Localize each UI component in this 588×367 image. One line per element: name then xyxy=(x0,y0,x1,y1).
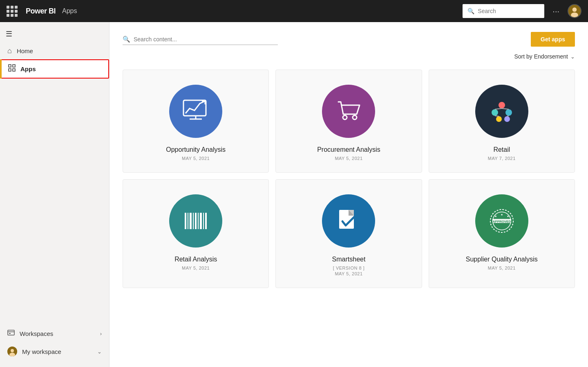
sort-row[interactable]: Sort by Endorsement ⌄ xyxy=(123,53,575,60)
svg-rect-6 xyxy=(13,69,15,71)
svg-rect-3 xyxy=(9,65,11,67)
svg-rect-31 xyxy=(198,213,199,229)
app-card-procurement-analysis[interactable]: Procurement Analysis MAY 5, 2021 xyxy=(275,70,422,173)
waffle-icon[interactable] xyxy=(7,6,18,17)
app-icon-opportunity xyxy=(169,85,222,138)
apps-grid: Opportunity Analysis MAY 5, 2021 Procure… xyxy=(123,70,575,288)
svg-rect-7 xyxy=(8,330,14,335)
app-name-procurement: Procurement Analysis xyxy=(317,146,380,153)
app-icon-retail-analysis xyxy=(169,194,222,248)
app-card-retail-analysis[interactable]: Retail Analysis MAY 5, 2021 xyxy=(123,179,269,288)
sort-chevron-icon: ⌄ xyxy=(570,54,575,60)
content-search-box[interactable]: 🔍 xyxy=(123,34,278,45)
app-version-smartsheet: [ VERSION 8 ] xyxy=(333,266,364,270)
svg-line-25 xyxy=(507,116,509,116)
avatar[interactable] xyxy=(568,4,581,18)
svg-point-17 xyxy=(499,102,505,108)
app-icon-procurement xyxy=(322,85,375,138)
sidebar-item-apps[interactable]: Apps xyxy=(0,59,109,79)
app-icon-supplier-quality: APPROVED ★ ★ ★ xyxy=(475,194,528,248)
svg-rect-27 xyxy=(188,213,188,229)
sidebar: ☰ ⌂ Home Apps xyxy=(0,22,110,367)
app-card-smartsheet[interactable]: Smartsheet [ VERSION 8 ] MAY 5, 2021 xyxy=(275,179,422,288)
app-name-retail: Retail xyxy=(493,146,510,153)
svg-point-16 xyxy=(353,115,357,119)
svg-line-24 xyxy=(495,116,499,116)
sidebar-item-workspaces[interactable]: Workspaces › xyxy=(0,325,109,342)
svg-point-10 xyxy=(11,349,14,352)
svg-rect-29 xyxy=(193,213,194,229)
sidebar-apps-label: Apps xyxy=(20,65,36,72)
content-search-input[interactable] xyxy=(134,36,278,43)
svg-point-19 xyxy=(505,109,512,116)
workspaces-label: Workspaces xyxy=(20,330,53,337)
get-apps-button[interactable]: Get apps xyxy=(531,32,575,47)
content-search-icon: 🔍 xyxy=(123,36,130,43)
svg-text:★: ★ xyxy=(501,213,503,216)
svg-point-18 xyxy=(492,109,498,116)
svg-rect-28 xyxy=(190,213,192,229)
svg-point-21 xyxy=(504,116,510,122)
sidebar-item-my-workspace[interactable]: My workspace ⌄ xyxy=(0,342,109,360)
workspaces-icon xyxy=(7,329,15,338)
app-card-opportunity-analysis[interactable]: Opportunity Analysis MAY 5, 2021 xyxy=(123,70,269,173)
my-workspace-chevron: ⌄ xyxy=(97,349,102,355)
navbar-app-name: Apps xyxy=(62,7,77,15)
apps-grid-icon xyxy=(8,64,16,74)
svg-text:APPROVED: APPROVED xyxy=(492,220,511,223)
app-date-retail: MAY 7, 2021 xyxy=(488,156,516,161)
content-top-row: 🔍 Get apps xyxy=(123,32,575,47)
app-name-smartsheet: Smartsheet xyxy=(332,256,366,263)
workspaces-chevron: › xyxy=(100,331,102,337)
app-icon-smartsheet xyxy=(322,194,375,248)
more-options-icon[interactable]: ··· xyxy=(549,5,563,18)
search-icon: 🔍 xyxy=(467,8,474,14)
app-date-smartsheet: MAY 5, 2021 xyxy=(335,271,362,276)
my-workspace-label: My workspace xyxy=(22,348,61,355)
svg-point-2 xyxy=(571,13,578,18)
svg-text:★: ★ xyxy=(494,215,497,218)
svg-line-23 xyxy=(502,108,509,109)
svg-rect-4 xyxy=(13,65,15,67)
hamburger-icon[interactable]: ☰ xyxy=(0,25,109,43)
svg-rect-5 xyxy=(9,69,11,71)
app-icon-retail xyxy=(475,85,528,138)
svg-rect-30 xyxy=(195,213,197,229)
app-name-retail-analysis: Retail Analysis xyxy=(174,256,217,263)
svg-rect-32 xyxy=(200,213,202,229)
app-date-retail-analysis: MAY 5, 2021 xyxy=(182,266,210,270)
svg-line-22 xyxy=(495,108,502,109)
sort-label: Sort by Endorsement xyxy=(514,53,568,60)
my-workspace-avatar xyxy=(7,347,17,356)
svg-point-15 xyxy=(343,115,347,119)
brand-name: Power BI xyxy=(26,7,56,16)
main-layout: ☰ ⌂ Home Apps xyxy=(0,22,588,367)
app-name-opportunity: Opportunity Analysis xyxy=(166,146,226,153)
home-icon: ⌂ xyxy=(7,47,12,55)
svg-point-20 xyxy=(496,116,502,122)
app-card-supplier-quality[interactable]: APPROVED ★ ★ ★ Supplier Quality Analysis… xyxy=(429,179,575,288)
sidebar-home-label: Home xyxy=(17,47,33,54)
navbar: Power BI Apps 🔍 ··· xyxy=(0,0,588,22)
sidebar-bottom: Workspaces › My workspace ⌄ xyxy=(0,325,109,367)
sidebar-item-home[interactable]: ⌂ Home xyxy=(0,43,109,59)
app-date-opportunity: MAY 5, 2021 xyxy=(182,156,210,161)
navbar-search-box[interactable]: 🔍 xyxy=(463,4,544,18)
app-date-supplier-quality: MAY 5, 2021 xyxy=(488,266,516,270)
app-card-retail[interactable]: Retail MAY 7, 2021 xyxy=(429,70,575,173)
svg-rect-34 xyxy=(205,213,207,229)
svg-rect-33 xyxy=(203,213,204,229)
content-area: 🔍 Get apps Sort by Endorsement ⌄ xyxy=(110,22,588,367)
navbar-search-input[interactable] xyxy=(478,8,539,14)
app-date-procurement: MAY 5, 2021 xyxy=(335,156,362,161)
svg-rect-26 xyxy=(185,213,186,229)
svg-rect-8 xyxy=(9,333,11,334)
svg-point-1 xyxy=(572,7,577,12)
app-name-supplier-quality: Supplier Quality Analysis xyxy=(466,256,538,263)
svg-text:★: ★ xyxy=(507,215,509,218)
